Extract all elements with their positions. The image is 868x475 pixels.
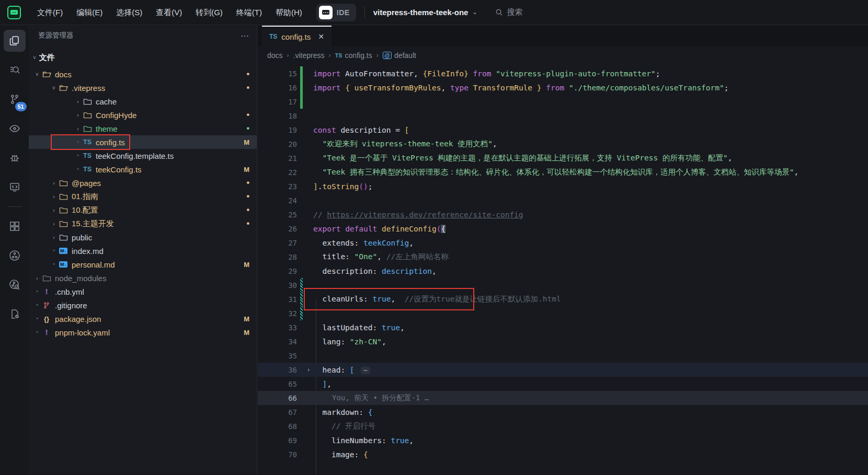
code-line-27[interactable]: 27 extends: teekConfig, — [258, 236, 868, 250]
code-line-21[interactable]: 21 "Teek 是一个基于 VitePress 构建的主题，是在默认主题的基础… — [258, 151, 868, 165]
code-line-68[interactable]: 68 // 开启行号 — [258, 419, 868, 433]
menu-item[interactable]: 帮助(H) — [269, 0, 309, 25]
code-line-17[interactable]: 17 — [258, 95, 868, 109]
menu-item[interactable]: 转到(G) — [189, 0, 230, 25]
code-line-34[interactable]: 34 lang: "zh-CN", — [258, 334, 868, 349]
tree-item-personal.md[interactable]: •M↓personal.mdM — [29, 258, 257, 271]
json-icon: {} — [41, 314, 52, 323]
tree-item-node_modules[interactable]: ›node_modules — [29, 271, 257, 285]
explorer-icon[interactable] — [4, 30, 26, 52]
tree-item-.gitignore[interactable]: •.gitignore — [29, 298, 257, 312]
menu-item[interactable]: 文件(F) — [30, 0, 70, 25]
code-line-18[interactable]: 18 — [258, 109, 868, 123]
code-editor[interactable]: 15import AutoFrontmatter, {FileInfo} fro… — [258, 64, 868, 461]
git-graph-icon[interactable] — [4, 245, 26, 267]
code-line-15[interactable]: 15import AutoFrontmatter, {FileInfo} fro… — [258, 66, 868, 80]
tree-item-.cnb.yml[interactable]: •!.cnb.yml — [29, 285, 257, 298]
tree-item-pnpm-lock.yaml[interactable]: •!pnpm-lock.yamlM — [29, 326, 257, 339]
tree-item-@pages[interactable]: ›@pages• — [29, 176, 257, 190]
git-graph-search-icon[interactable] — [4, 274, 26, 296]
tree-item-config.ts[interactable]: •TSconfig.tsM — [29, 135, 257, 149]
file-dot-icon: • — [74, 152, 82, 159]
editor-area: TS config.ts ✕ docs›.vitepress›TSconfig.… — [258, 26, 868, 475]
code-line-36[interactable]: 36› head: [ ⋯ — [258, 363, 868, 377]
tree-item-public[interactable]: ›public — [29, 230, 257, 244]
code-line-65[interactable]: 65 ], — [258, 377, 868, 391]
preview-eye-icon[interactable] — [4, 118, 26, 140]
menu-item[interactable]: 终端(T) — [230, 0, 269, 25]
code-line-35[interactable]: 35 — [258, 349, 868, 363]
tree-item-cache[interactable]: ›cache — [29, 95, 257, 108]
tree-item-ConfigHyde[interactable]: ›ConfigHyde• — [29, 108, 257, 122]
code-line-69[interactable]: 69 lineNumbers: true, — [258, 433, 868, 447]
tree-item-teekConfig.template.ts[interactable]: •TSteekConfig.template.ts — [29, 149, 257, 163]
yaml-icon: ! — [41, 287, 52, 296]
menu-item[interactable]: 编辑(E) — [70, 0, 109, 25]
code-line-25[interactable]: 25// https://vitepress.dev/reference/sit… — [258, 207, 868, 222]
remote-screen-icon[interactable] — [4, 176, 26, 198]
code-line-31[interactable]: 31 cleanUrls: true, //设置为true就是让链接后不默认添加… — [258, 292, 868, 306]
file-settings-icon[interactable] — [4, 303, 26, 325]
code-line-70[interactable]: 70 image: { — [258, 447, 868, 461]
code-line-33[interactable]: 33 lastUpdated: true, — [258, 320, 868, 334]
changes-dot-badge: • — [246, 221, 249, 226]
tree-item-10.-[interactable]: ›10.配置• — [29, 203, 257, 217]
breadcrumb-separator: › — [287, 52, 289, 59]
tree-item-teekConfig.ts[interactable]: •TSteekConfig.tsM — [29, 163, 257, 176]
global-search[interactable]: 搜索 — [495, 7, 523, 17]
code-line-29[interactable]: 29 description: description, — [258, 264, 868, 278]
line-number: 20 — [258, 140, 297, 148]
menu-item[interactable]: 选择(S) — [109, 0, 149, 25]
tree-item-package.json[interactable]: •{}package.jsonM — [29, 312, 257, 326]
fold-chevron-icon[interactable]: › — [304, 366, 313, 373]
project-selector[interactable]: vitepress-theme-teek-one ⌄ — [373, 8, 477, 17]
breadcrumb-item[interactable]: @default — [383, 51, 416, 60]
breadcrumb-label: docs — [267, 51, 283, 60]
ide-badge-label: IDE — [337, 8, 350, 17]
extensions-grid-icon[interactable] — [4, 215, 26, 237]
code-line-20[interactable]: 20 "欢迎来到 vitepress-theme-teek 使用文档", — [258, 137, 868, 151]
breadcrumb-label: .vitepress — [293, 51, 325, 60]
tree-item-.vitepress[interactable]: ˅.vitepress• — [29, 81, 257, 95]
code-line-67[interactable]: 67 markdown: { — [258, 405, 868, 419]
source-control-icon[interactable]: 51 — [4, 88, 26, 110]
code-line-24[interactable]: 24 — [258, 193, 868, 207]
breadcrumb-label: default — [394, 51, 416, 60]
typescript-icon: TS — [269, 33, 277, 40]
code-line-22[interactable]: 22 "Teek 拥有三种典型的知识管理形态：结构化、碎片化、体系化，可以轻松构… — [258, 165, 868, 179]
breadcrumb-item[interactable]: TSconfig.ts — [335, 51, 372, 60]
tree-item-15.-[interactable]: ›15.主题开发• — [29, 217, 257, 230]
code-line-32[interactable]: 32 — [258, 306, 868, 320]
code-line-23[interactable]: 23].toString(); — [258, 179, 868, 193]
search-panel-icon[interactable] — [4, 59, 26, 81]
code-text: image: { — [303, 450, 368, 459]
code-line-16[interactable]: 16import { useTransformByRules, type Tra… — [258, 80, 868, 95]
tree-item-label: teekConfig.template.ts — [96, 152, 174, 160]
tree-item-docs[interactable]: ˅docs• — [29, 67, 257, 81]
breadcrumb-item[interactable]: docs — [267, 51, 283, 60]
tree-item-01.-[interactable]: ›01.指南• — [29, 190, 257, 203]
files-section-header[interactable]: ˅ 文件 — [29, 50, 257, 65]
tree-item-theme[interactable]: ›theme• — [29, 122, 257, 135]
menu-item[interactable]: 查看(V) — [149, 0, 189, 25]
line-number: 65 — [258, 380, 297, 388]
debug-bug-icon[interactable] — [4, 147, 26, 169]
project-name-label: vitepress-theme-teek-one — [373, 8, 469, 17]
folded-code-badge[interactable]: ⋯ — [361, 367, 370, 374]
breadcrumb-item[interactable]: .vitepress — [293, 51, 325, 60]
ide-badge[interactable]: IDE — [316, 4, 356, 21]
search-placeholder: 搜索 — [507, 7, 523, 17]
close-icon[interactable]: ✕ — [318, 32, 324, 41]
code-line-19[interactable]: 19const description = [ — [258, 123, 868, 137]
title-bar: 文件(F)编辑(E)选择(S)查看(V)转到(G)终端(T)帮助(H) IDE … — [0, 0, 868, 25]
code-line-30[interactable]: 30 — [258, 278, 868, 292]
tab-config-ts[interactable]: TS config.ts ✕ — [262, 26, 332, 47]
yaml-icon: ! — [41, 328, 52, 337]
folder-icon — [58, 233, 68, 242]
tree-item-index.md[interactable]: •M↓index.md — [29, 244, 257, 258]
code-line-28[interactable]: 28 title: "One", //左上角网站名称 — [258, 250, 868, 264]
changes-dot-badge: • — [246, 126, 249, 131]
code-line-26[interactable]: 26export default defineConfig({ — [258, 222, 868, 236]
breadcrumb-separator: › — [329, 52, 331, 59]
explorer-more-actions-icon[interactable]: ⋯ — [241, 31, 249, 41]
